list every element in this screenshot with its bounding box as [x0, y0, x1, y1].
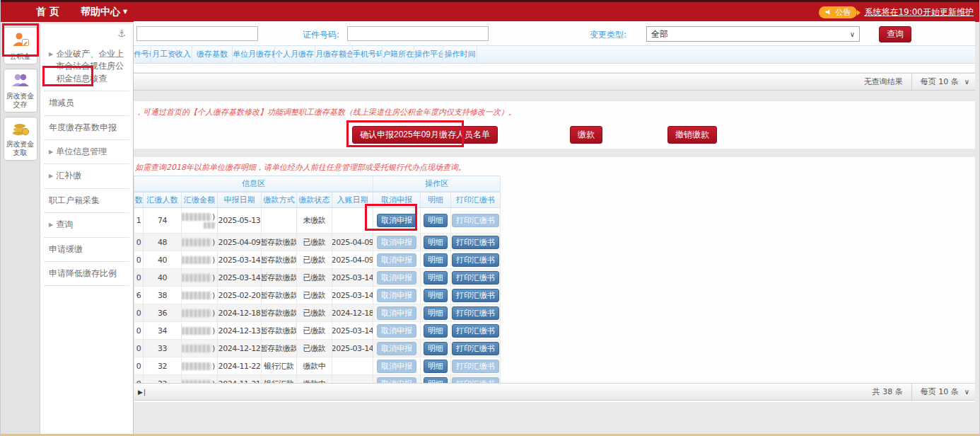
remittance-table-body: 174)2025-05-13未缴款取消申报明细打印汇缴书048)2025-04-…: [134, 208, 500, 393]
redacted-amount: [204, 222, 215, 229]
rail-tab-reform-deposit[interactable]: 房改资金交存: [4, 69, 37, 113]
menu-item-label: 查询: [56, 219, 73, 231]
cancel-declare-button[interactable]: 取消申报: [377, 214, 416, 227]
rail-tab-reform-withdraw[interactable]: 房改资金支取: [4, 117, 37, 161]
people-count-cell: 32: [144, 357, 182, 374]
pay-status-cell: 未缴款: [297, 208, 332, 233]
redacted-amount: [182, 256, 211, 264]
declare-date-cell: 2025-02-20: [218, 287, 262, 304]
menu-item[interactable]: ▶企业破产、企业上市合法合规住房公积金信息核查: [44, 42, 129, 91]
menu-item[interactable]: ▶单位信息管理: [44, 140, 129, 164]
print-remittance-button[interactable]: 打印汇缴书: [452, 289, 499, 302]
chevron-right-icon: ▶: [49, 146, 53, 156]
cancel-declare-button: 取消申报: [377, 306, 416, 320]
change-type-value: 全部: [651, 28, 668, 40]
change-type-label: 变更类型:: [590, 29, 626, 41]
menu-item-label: 年度缴存基数申报: [49, 122, 117, 134]
rail-tab-housing-fund[interactable]: 公积金: [4, 27, 37, 64]
menu-item-label: 职工户籍采集: [49, 195, 100, 207]
column-header: 明细: [421, 193, 451, 208]
pay-status-cell: 已缴款: [297, 322, 332, 339]
column-header: 汇缴金额: [182, 193, 218, 208]
declare-date-cell: 2025-04-09: [218, 234, 262, 251]
people-count-cell: 34: [144, 322, 182, 339]
scroll-end-icon[interactable]: ▶|: [134, 389, 146, 396]
pay-status-cell: 已缴款: [297, 304, 332, 321]
nav-home[interactable]: 首 页: [36, 6, 59, 18]
search-button[interactable]: 查询: [879, 26, 911, 42]
name-input[interactable]: [136, 26, 258, 41]
posted-date-cell: [332, 357, 373, 374]
declare-date-cell: 2024-12-13: [218, 322, 262, 339]
detail-button[interactable]: 明细: [424, 360, 448, 373]
column-header: 入账日期: [332, 193, 373, 208]
anchor-pin-icon[interactable]: ⚓: [117, 28, 126, 39]
column-header: 个人月缴存额: [275, 46, 315, 63]
declare-date-cell: 2024-12-18: [218, 304, 262, 321]
remittance-row: 638)2025-02-20暂存款缴款已缴款2025-03-14取消申报明细打印…: [134, 287, 500, 304]
detail-button[interactable]: 明细: [424, 253, 448, 267]
detail-button[interactable]: 明细: [424, 289, 448, 302]
pay-method-cell: 暂存款缴款: [262, 340, 297, 357]
detail-button[interactable]: 明细: [424, 271, 448, 285]
menu-item[interactable]: ▶查询: [44, 213, 129, 237]
detail-button[interactable]: 明细: [424, 306, 448, 320]
side-menu: ▶企业破产、企业上市合法合规住房公积金信息核查增减员年度缴存基数申报▶单位信息管…: [40, 42, 133, 286]
page-size-select[interactable]: 每页 10 条 ∨: [911, 384, 975, 400]
id-number-input[interactable]: [347, 26, 489, 41]
menu-item[interactable]: 增减员: [44, 91, 129, 115]
column-header: 手机号码: [353, 46, 383, 63]
menu-item-label: 汇补缴: [56, 170, 81, 182]
people-count-cell: 36: [144, 304, 182, 321]
column-header: 数: [134, 193, 144, 208]
people-count-cell: 40: [144, 251, 182, 268]
print-remittance-button[interactable]: 打印汇缴书: [452, 253, 499, 267]
remittance-table-pagination: ▶| 共 38 条 每页 10 条 ∨: [134, 383, 975, 401]
group-header-ops: 操作区: [373, 176, 501, 192]
print-remittance-button[interactable]: 打印汇缴书: [452, 324, 499, 338]
print-remittance-button[interactable]: 打印汇缴书: [452, 342, 499, 355]
page-size-label: 每页 10 条: [921, 386, 959, 397]
amount-cell: ): [182, 340, 218, 357]
confirm-declare-button[interactable]: 确认申报2025年09月缴存人员名单: [352, 126, 498, 144]
chevron-down-icon: ∨: [850, 30, 855, 38]
detail-button[interactable]: 明细: [424, 236, 448, 249]
detail-button[interactable]: 明细: [424, 342, 448, 355]
count-cell: 0: [134, 304, 144, 321]
chevron-right-icon: ▶: [49, 48, 53, 59]
print-remittance-button[interactable]: 打印汇缴书: [452, 271, 499, 285]
maintenance-notice-link[interactable]: 系统将在19:00开始更新维护: [864, 6, 974, 18]
posted-date-cell: 2024-12-18: [332, 304, 373, 321]
people-count-cell: 48: [144, 234, 182, 251]
detail-button[interactable]: 明细: [424, 214, 448, 227]
amount-cell: ): [182, 322, 218, 339]
cancel-declare-button: 取消申报: [377, 236, 416, 249]
side-menu-panel: ⚓ ▶企业破产、企业上市合法合规住房公积金信息核查增减员年度缴存基数申报▶单位信…: [40, 24, 134, 436]
menu-item[interactable]: 职工户籍采集: [44, 189, 129, 213]
remittance-row: 048)2025-04-09暂存款缴款已缴款2025-04-09取消申报明细打印…: [134, 234, 500, 251]
pay-button[interactable]: 缴款: [570, 126, 602, 144]
menu-item[interactable]: 申请降低缴存比例: [44, 262, 129, 286]
revoke-pay-button[interactable]: 撤销缴款: [667, 126, 717, 144]
menu-item[interactable]: 申请缓缴: [44, 238, 129, 262]
menu-item-label: 企业破产、企业上市合法合规住房公积金信息核查: [56, 48, 124, 85]
print-remittance-button[interactable]: 打印汇缴书: [452, 306, 499, 320]
change-table-empty-row: [134, 64, 975, 73]
change-type-select[interactable]: 全部 ∨: [646, 26, 860, 42]
chevron-down-icon: ∨: [964, 388, 969, 396]
page-size-select[interactable]: 每页 10 条 ∨: [911, 74, 975, 90]
column-header: 操作平台: [414, 46, 443, 63]
cancel-declare-button: 取消申报: [377, 253, 416, 267]
announcement-badge: 公告: [819, 6, 857, 18]
print-remittance-button[interactable]: 打印汇缴书: [452, 236, 499, 249]
redacted-amount: [182, 213, 211, 221]
remittance-row: 174)2025-05-13未缴款取消申报明细打印汇缴书: [134, 208, 500, 234]
menu-item[interactable]: ▶汇补缴: [44, 164, 129, 188]
column-header: 单位月缴存额: [233, 46, 275, 63]
nav-help-center[interactable]: 帮助中心 ▼: [81, 6, 127, 18]
posted-date-cell: 2025-03-14: [332, 287, 373, 304]
detail-button[interactable]: 明细: [424, 324, 448, 338]
pay-method-cell: 暂存款缴款: [262, 234, 297, 251]
count-cell: 0: [134, 269, 144, 286]
menu-item[interactable]: 年度缴存基数申报: [44, 116, 129, 140]
